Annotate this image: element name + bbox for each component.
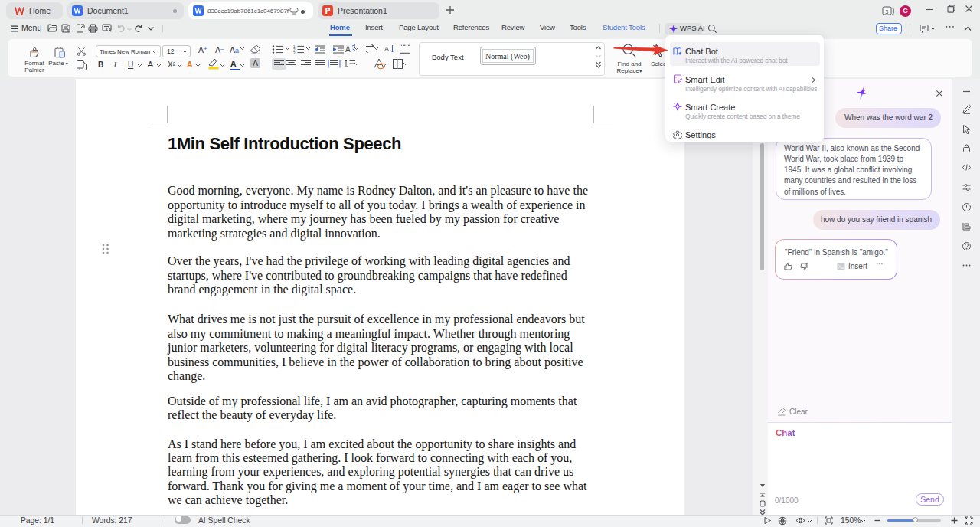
svg-text:3: 3 <box>885 8 889 15</box>
svg-text:A: A <box>345 45 351 54</box>
svg-text:3: 3 <box>293 51 296 54</box>
svg-text:A: A <box>384 45 389 53</box>
